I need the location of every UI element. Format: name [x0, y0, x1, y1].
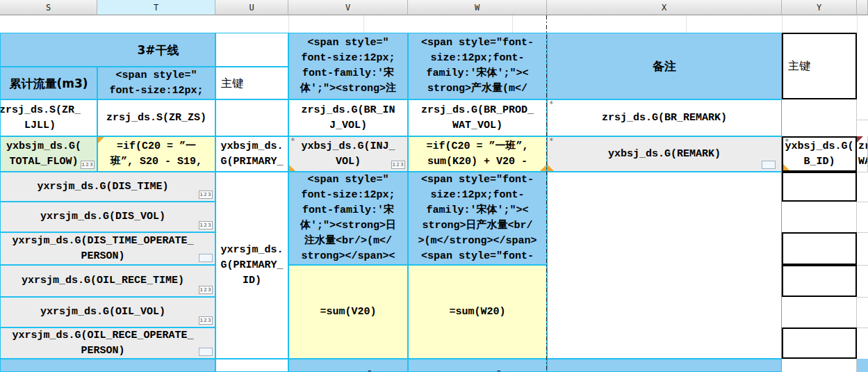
cell-dis-time-operate-person[interactable]: yxrsjm_ds.G(DIS_TIME_OPERATE_ PERSON): [0, 232, 215, 265]
cell-y-box-r9[interactable]: [782, 265, 857, 297]
cell-y-box-r8[interactable]: [782, 232, 857, 265]
cell-shift-formula-w[interactable]: =if(C20 = ”一班”, sum(K20) + V20 -: [408, 136, 547, 172]
cell-z-clipped[interactable]: zr WA: [857, 136, 868, 172]
gridline: [288, 15, 289, 33]
cell-text: yxrsjm_ds.G(DIS_TIME): [37, 179, 168, 195]
cell-text: yxrsjm_ds.G(OIL_RECE_OPERATE_ PERSON): [12, 328, 193, 359]
cell-sum-w20[interactable]: =sum(W20): [408, 265, 547, 359]
cell-oil-rece-time[interactable]: yxrsjm_ds.G(OIL_RECE_TIME) 123: [0, 265, 215, 297]
gridline: [363, 15, 364, 33]
cell-shift-formula-t[interactable]: =if(C20 = ”一 班”, S20 - S19,: [97, 136, 215, 172]
cell-trunk-line-header[interactable]: 3#干线: [0, 33, 215, 67]
cell-bottom-v[interactable]: <span style=: [288, 359, 408, 372]
cell-dis-time[interactable]: yxrsjm_ds.G(DIS_TIME) 123: [0, 172, 215, 202]
cell-oil-vol[interactable]: yxrsjm_ds.G(OIL_VOL) 123: [0, 297, 215, 327]
cell-u-empty-2[interactable]: [215, 99, 288, 136]
cell-t-html-header[interactable]: <span style=" font-size:12px;: [97, 67, 215, 99]
page-break-line: [546, 15, 547, 372]
cell-total-flow[interactable]: yxbsjm_ds.G( TOTAL_FLOW) 123: [0, 136, 97, 172]
cell-dis-vol[interactable]: yxrsjm_ds.G(DIS_VOL) 123: [0, 202, 215, 232]
cell-bottom-z[interactable]: [857, 359, 868, 372]
gridline: [782, 15, 783, 33]
cell-text: yxrsjm_ds.G(DIS_VOL): [40, 209, 165, 225]
cell-x-empty-merged[interactable]: [547, 172, 782, 359]
cell-text: yxrsjm_ds.G(OIL_VOL): [40, 305, 165, 320]
gridline: [857, 120, 868, 120]
column-header-y[interactable]: Y: [782, 0, 857, 15]
cell-text: zrsj_ds.G(BR_REMARK): [602, 111, 727, 126]
cell-bottom-y[interactable]: [782, 359, 857, 372]
cell-b-id[interactable]: yxbsj_ds.G( B_ID) *: [782, 136, 857, 172]
text-format-badge: [199, 254, 213, 262]
gridline: [857, 15, 858, 33]
numeric-format-badge: 123: [81, 161, 95, 169]
gridline: [857, 327, 868, 328]
cell-bottom-st[interactable]: [0, 359, 215, 372]
cell-primary-clip-u[interactable]: yxbsjm_ds. G(PRIMARY_: [215, 136, 288, 172]
numeric-format-badge: 123: [199, 191, 213, 199]
gridline: [512, 15, 513, 33]
cell-y-plain-r7[interactable]: [782, 202, 857, 232]
cell-y-box-r6[interactable]: [782, 172, 857, 202]
column-header-w[interactable]: W: [408, 0, 547, 15]
cell-v-html-header[interactable]: <span style=" font-size:12px; font-famil…: [288, 33, 408, 99]
cell-zr-zs[interactable]: zrsj_ds.S(ZR_ZS): [97, 99, 215, 136]
cell-text: yxrsjm_ds.G(DIS_TIME_OPERATE_ PERSON): [12, 234, 193, 264]
cell-daily-prod-html[interactable]: <span style="font- size:12px;font- famil…: [408, 172, 547, 265]
marker-asterisk: *: [549, 136, 554, 145]
cell-primary-id-merged[interactable]: yxrsjm_ds. G(PRIMARY_ ID): [215, 172, 288, 359]
cell-oil-rece-operate-person[interactable]: yxrsjm_ds.G(OIL_RECE_OPERATE_ PERSON): [0, 327, 215, 359]
cell-inj-vol[interactable]: yxbsj_ds.G(INJ_ VOL) 123 *: [288, 136, 408, 172]
marker-asterisk: *: [785, 137, 789, 146]
gridline: [857, 202, 868, 202]
cell-text: yxbsj_ds.G(INJ_ VOL): [301, 139, 395, 170]
column-header-t[interactable]: T: [97, 0, 215, 15]
cell-sum-v20[interactable]: =sum(V20): [288, 265, 408, 359]
cell-br-inj-vol[interactable]: zrsj_ds.G(BR_IN J_VOL): [288, 99, 408, 136]
marker-asterisk: *: [290, 136, 295, 145]
column-header-u[interactable]: U: [215, 0, 288, 15]
numeric-format-badge: 123: [199, 221, 213, 229]
comment-triangle: [783, 164, 789, 170]
cell-bottom-u[interactable]: [215, 359, 288, 372]
marker-asterisk: *: [549, 99, 554, 108]
cell-bottom-w[interactable]: <span style=: [408, 359, 547, 372]
cell-y-empty-r4[interactable]: [782, 99, 857, 136]
cell-text: yxbsj_ds.G( B_ID): [785, 139, 853, 170]
comment-triangle: [289, 165, 295, 171]
comment-triangle-red: [857, 136, 863, 143]
column-header-x[interactable]: X: [547, 0, 782, 15]
column-header-z-sliver[interactable]: [857, 0, 868, 15]
cell-daily-inj-html[interactable]: <span style=" font-size:12px; font-famil…: [288, 172, 408, 265]
cell-primary-key-y[interactable]: 主键: [782, 33, 857, 99]
gridline: [857, 265, 868, 266]
cell-br-remark[interactable]: zrsj_ds.G(BR_REMARK) *: [547, 99, 782, 136]
numeric-format-badge: 123: [199, 316, 213, 325]
text-format-badge: [199, 348, 213, 356]
column-header-v[interactable]: V: [288, 0, 408, 15]
cell-text: zrsj_ds.S(ZR_ LJLL): [0, 103, 81, 134]
cell-text: yxrsjm_ds.G(OIL_RECE_TIME): [22, 273, 184, 289]
cell-y-plain-r10[interactable]: [782, 297, 857, 327]
cell-text: =if(C20 = ”一 班”, S20 - S19,: [110, 139, 202, 170]
cell-bottom-x[interactable]: [547, 359, 782, 372]
gridline: [857, 172, 868, 172]
cell-w-html-header[interactable]: <span style="font- size:12px;font- famil…: [408, 33, 547, 99]
cell-primary-key-u[interactable]: 主键: [215, 67, 288, 99]
cell-text: yxbsjm_ds.G( TOTAL_FLOW): [6, 139, 81, 170]
cell-u-empty[interactable]: [215, 33, 288, 67]
column-header-s[interactable]: S: [0, 0, 97, 15]
cell-zr-ljll[interactable]: zrsj_ds.S(ZR_ LJLL): [0, 99, 97, 136]
spreadsheet-grid: S T U V W X Y 3#干线 <span style=" font-si…: [0, 0, 868, 372]
cell-cumulative-flow[interactable]: 累计流量(m3): [0, 67, 97, 99]
cell-remark-header[interactable]: 备注: [547, 33, 782, 99]
gridline: [857, 297, 868, 298]
cell-remark-field[interactable]: yxbsj_ds.G(REMARK) *: [547, 136, 782, 172]
cell-y-box-r11[interactable]: [782, 327, 857, 359]
cell-text: =if(C20 = ”一班”, sum(K20) + V20 -: [426, 139, 528, 170]
comment-triangle: [98, 137, 104, 143]
cell-text: yxbsj_ds.G(REMARK): [608, 147, 721, 162]
numeric-format-badge: 123: [199, 286, 213, 294]
gridline: [857, 232, 868, 233]
cell-br-prod-wat-vol[interactable]: zrsj_ds.G(BR_PROD_ WAT_VOL): [408, 99, 547, 136]
